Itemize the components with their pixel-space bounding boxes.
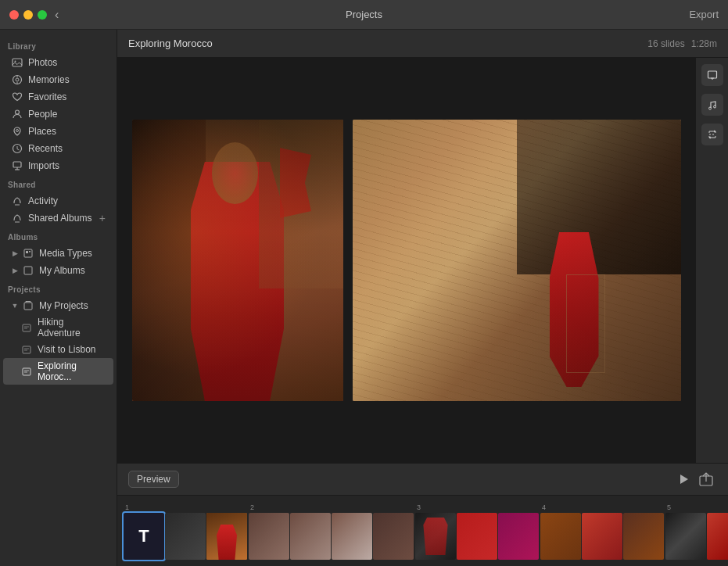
- photo-canvas: [117, 58, 695, 463]
- slide-thumb[interactable]: [332, 513, 372, 560]
- imports-icon: [11, 159, 23, 172]
- project-header: Exploring Morocco 16 slides 1:28m: [117, 30, 728, 58]
- sidebar-item-label: Hiking Adventure: [38, 317, 106, 339]
- sidebar-item-label: My Projects: [39, 300, 88, 311]
- disclosure-icon: ▶: [11, 249, 19, 257]
- sidebar-item-label: Shared Albums: [28, 213, 91, 224]
- filmstrip: 1 T 2: [117, 496, 728, 566]
- right-panel: [695, 58, 728, 463]
- slide-group-1: 1 T: [124, 502, 247, 560]
- close-button[interactable]: [9, 10, 19, 20]
- photos-icon: [11, 56, 23, 69]
- slide-thumb[interactable]: [249, 513, 289, 560]
- sidebar-item-my-projects[interactable]: ▼ My Projects: [3, 297, 113, 314]
- disclosure-icon: ▼: [11, 302, 19, 310]
- sidebar-item-label: Visit to Lisbon: [38, 344, 96, 355]
- sidebar: Library Photos Memories Favorites People: [0, 30, 117, 566]
- sidebar-item-label: My Albums: [39, 265, 85, 276]
- sidebar-item-shared-albums[interactable]: Shared Albums +: [3, 210, 113, 227]
- sidebar-item-activity[interactable]: Activity: [3, 192, 113, 210]
- slide-thumb[interactable]: [373, 513, 414, 560]
- project-icon: [20, 343, 33, 356]
- play-button[interactable]: [673, 468, 695, 490]
- export-button[interactable]: Export: [689, 9, 719, 20]
- maximize-button[interactable]: [38, 10, 47, 20]
- slide-thumb[interactable]: [498, 513, 539, 560]
- sidebar-item-my-albums[interactable]: ▶ My Albums: [3, 262, 113, 279]
- sidebar-item-label: Places: [28, 126, 56, 137]
- disclosure-icon: ▶: [11, 267, 19, 274]
- favorites-icon: [11, 91, 23, 103]
- svg-rect-25: [23, 368, 30, 375]
- photo-right[interactable]: [353, 120, 681, 401]
- my-projects-icon: [22, 299, 34, 312]
- memories-icon: [11, 73, 23, 86]
- slide-thumb[interactable]: T: [124, 513, 164, 560]
- svg-point-3: [16, 78, 19, 81]
- main-container: Library Photos Memories Favorites People: [0, 30, 728, 566]
- sidebar-item-hiking-adventure[interactable]: Hiking Adventure: [3, 314, 113, 341]
- titlebar: ‹ Projects Export: [0, 0, 728, 30]
- slide-thumb[interactable]: [540, 513, 581, 560]
- slide-thumb[interactable]: [582, 513, 622, 560]
- sidebar-item-people[interactable]: People: [3, 106, 113, 123]
- add-shared-album-button[interactable]: +: [99, 212, 106, 224]
- slideshow-settings-button[interactable]: [701, 64, 723, 86]
- project-icon: [20, 321, 33, 334]
- slides-count: 16 slides: [647, 38, 684, 49]
- sidebar-item-exploring-morocco[interactable]: Exploring Moroc...: [3, 358, 113, 385]
- slide-group-4: 4: [540, 502, 664, 560]
- slide-thumb[interactable]: [415, 513, 456, 560]
- photo-left[interactable]: [132, 120, 343, 401]
- slide-group-5: 5: [665, 502, 728, 560]
- share-button[interactable]: [695, 468, 717, 490]
- duration: 1:28m: [691, 38, 717, 49]
- svg-rect-15: [26, 251, 28, 253]
- project-title: Exploring Morocco: [128, 38, 213, 49]
- sidebar-item-photos[interactable]: Photos: [3, 54, 113, 71]
- slide-thumb[interactable]: [206, 513, 247, 560]
- minimize-button[interactable]: [23, 10, 33, 20]
- svg-rect-28: [708, 71, 716, 78]
- slide-number: 2: [249, 502, 254, 513]
- projects-section-label: Projects: [0, 279, 117, 297]
- slide-thumb[interactable]: [165, 513, 206, 560]
- slide-number: 3: [415, 502, 421, 513]
- svg-point-32: [713, 106, 715, 108]
- svg-rect-16: [29, 251, 30, 253]
- sidebar-item-label: Photos: [28, 57, 57, 68]
- sidebar-item-media-types[interactable]: ▶ Media Types: [3, 245, 113, 262]
- slide-thumb[interactable]: [707, 513, 728, 560]
- svg-point-1: [15, 61, 16, 63]
- slide-thumb[interactable]: [665, 513, 706, 560]
- svg-point-31: [708, 107, 711, 109]
- svg-point-7: [16, 130, 19, 132]
- sidebar-item-label: Favorites: [28, 91, 66, 102]
- slide-thumb[interactable]: [623, 513, 664, 560]
- slide-thumb[interactable]: [290, 513, 331, 560]
- shared-section-label: Shared: [0, 174, 117, 192]
- loop-button[interactable]: [701, 124, 723, 145]
- slide-number: 4: [540, 502, 546, 513]
- sidebar-item-visit-lisbon[interactable]: Visit to Lisbon: [3, 341, 113, 358]
- sidebar-item-places[interactable]: Places: [3, 123, 113, 140]
- traffic-lights: [0, 10, 47, 20]
- svg-rect-0: [13, 59, 22, 66]
- sidebar-item-label: Recents: [28, 143, 63, 154]
- preview-button[interactable]: Preview: [128, 471, 179, 488]
- back-button[interactable]: ‹: [55, 8, 59, 22]
- sidebar-item-label: Media Types: [39, 248, 92, 259]
- sidebar-item-favorites[interactable]: Favorites: [3, 88, 113, 106]
- slide-number: 5: [665, 502, 671, 513]
- music-button[interactable]: [701, 94, 723, 116]
- sidebar-item-memories[interactable]: Memories: [3, 71, 113, 88]
- sidebar-item-recents[interactable]: Recents: [3, 140, 113, 157]
- places-icon: [11, 125, 23, 138]
- svg-rect-9: [13, 162, 21, 167]
- svg-rect-14: [24, 249, 32, 257]
- sidebar-item-imports[interactable]: Imports: [3, 157, 113, 174]
- slide-group-2: 2: [249, 502, 414, 560]
- svg-rect-22: [23, 346, 30, 353]
- slide-thumb[interactable]: [457, 513, 497, 560]
- recents-icon: [11, 142, 23, 155]
